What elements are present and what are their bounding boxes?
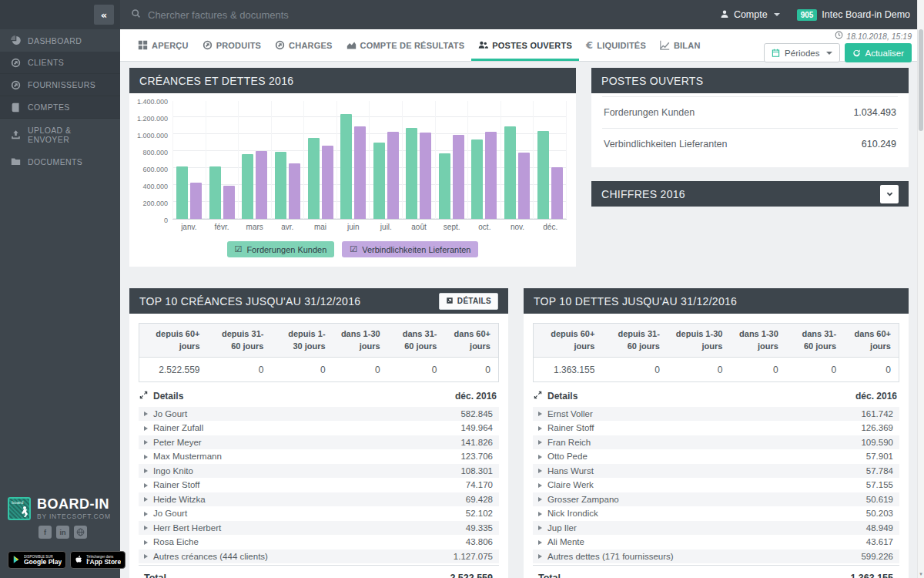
- x-tick-label: févr.: [206, 223, 239, 231]
- tab-charges[interactable]: CHARGES: [268, 29, 339, 61]
- bar-verbindlichkeiten[interactable]: [518, 153, 530, 219]
- detail-row[interactable]: Autres dettes (171 fournisseurs) 599.226: [533, 549, 899, 564]
- detail-row[interactable]: Jup Iler 48.949: [533, 521, 899, 536]
- sidebar-collapse-button[interactable]: «: [94, 5, 114, 25]
- caret-right-icon: [144, 497, 148, 502]
- bar-forderungen[interactable]: [471, 139, 483, 219]
- bar-verbindlichkeiten[interactable]: [223, 186, 235, 219]
- bar-verbindlichkeiten[interactable]: [190, 183, 202, 219]
- tab-liquidit-s[interactable]: €LIQUIDITÉS: [579, 29, 653, 61]
- bar-forderungen[interactable]: [373, 143, 385, 219]
- account-menu-button[interactable]: Compte: [720, 9, 780, 21]
- detail-row[interactable]: Ali Mente 43.617: [533, 535, 899, 549]
- details-button[interactable]: DÉTAILS: [439, 293, 498, 310]
- detail-row[interactable]: Fran Reich 109.590: [533, 435, 899, 450]
- pie-chart-icon: [11, 35, 21, 45]
- scrollbar-down-arrow[interactable]: ▾: [918, 571, 924, 577]
- aging-column-header: depuis 1-30 jours: [668, 324, 731, 358]
- periods-button[interactable]: Périodes: [764, 43, 839, 62]
- bar-verbindlichkeiten[interactable]: [453, 135, 464, 219]
- bar-verbindlichkeiten[interactable]: [289, 163, 300, 219]
- bar-verbindlichkeiten[interactable]: [354, 126, 366, 219]
- refresh-icon: [852, 49, 861, 57]
- caret-right-icon: [538, 412, 542, 416]
- tab-produits[interactable]: PRODUITS: [196, 29, 268, 61]
- search-icon: [131, 8, 141, 22]
- store-badge-google-play[interactable]: DISPONIBLE SUR Google Play: [8, 551, 66, 569]
- detail-row[interactable]: Rainer Zufall 149.964: [139, 421, 499, 435]
- expand-icon: [534, 391, 542, 402]
- linkedin-icon[interactable]: in: [56, 526, 69, 539]
- detail-row[interactable]: Claire Werk 57.155: [533, 478, 899, 492]
- legend-label: Verbindlichkeiten Lieferanten: [362, 245, 470, 254]
- aging-column-header: depuis 60+ jours: [534, 324, 603, 358]
- bar-group: [206, 101, 239, 219]
- sidebar-item-clients[interactable]: CLIENTS: [0, 52, 120, 74]
- detail-row-name: Rainer Stoff: [547, 422, 594, 434]
- caret-right-icon: [144, 412, 148, 416]
- detail-row-value: 52.102: [466, 508, 493, 519]
- bar-forderungen[interactable]: [439, 153, 450, 219]
- detail-row[interactable]: Ernst Voller 161.742: [533, 407, 899, 422]
- bar-forderungen[interactable]: [275, 152, 286, 219]
- caret-down-icon: [774, 13, 780, 16]
- detail-row-name: Heide Witzka: [153, 494, 206, 506]
- sidebar-item-fournisseurs[interactable]: FOURNISSEURS: [0, 74, 120, 96]
- bar-forderungen[interactable]: [242, 154, 253, 219]
- bar-forderungen[interactable]: [340, 114, 352, 219]
- search-input[interactable]: [148, 9, 471, 21]
- sidebar-item-comptes[interactable]: COMPTES: [0, 96, 120, 119]
- scrollbar-thumb[interactable]: [919, 29, 923, 131]
- bar-verbindlichkeiten[interactable]: [420, 133, 431, 219]
- detail-row[interactable]: Peter Meyer 141.826: [139, 435, 499, 450]
- detail-row[interactable]: Grosser Zampano 50.619: [533, 492, 899, 507]
- detail-row[interactable]: Ingo Knito 108.301: [139, 464, 499, 479]
- legend-toggle-verbindlichkeiten[interactable]: ☑ Verbindlichkeiten Lieferanten: [342, 241, 478, 257]
- detail-row-name: Hans Wurst: [547, 465, 594, 477]
- globe-icon[interactable]: [74, 526, 87, 539]
- bar-forderungen[interactable]: [406, 128, 417, 219]
- bar-forderungen[interactable]: [176, 166, 188, 219]
- detail-row[interactable]: Otto Pede 57.901: [533, 449, 899, 464]
- bar-forderungen[interactable]: [308, 138, 320, 219]
- tab-aper-u[interactable]: APERÇU: [131, 29, 196, 61]
- detail-row-name: Max Mustermann: [153, 451, 222, 462]
- detail-row[interactable]: Autres créances (444 clients) 1.127.075: [139, 549, 499, 564]
- detail-row[interactable]: Max Mustermann 123.706: [139, 449, 499, 464]
- bar-forderungen[interactable]: [209, 166, 221, 219]
- sidebar-item-dashboard[interactable]: DASHBOARD: [0, 29, 120, 52]
- sidebar-item-upload-envoyer[interactable]: UPLOAD & ENVOYER: [0, 123, 120, 146]
- detail-row[interactable]: Hans Wurst 57.784: [533, 464, 899, 479]
- bar-verbindlichkeiten[interactable]: [256, 151, 267, 219]
- facebook-icon[interactable]: f: [38, 526, 52, 539]
- detail-row[interactable]: Jo Gourt 582.845: [139, 407, 499, 422]
- bar-verbindlichkeiten[interactable]: [387, 132, 399, 219]
- bar-forderungen[interactable]: [537, 131, 549, 219]
- tab-label: LIQUIDITÉS: [597, 41, 646, 50]
- detail-row[interactable]: Herr Bert Herbert 49.335: [139, 521, 499, 536]
- chiffres-panel-title: CHIFFRES 2016: [601, 188, 685, 200]
- bar-verbindlichkeiten[interactable]: [485, 132, 497, 219]
- tab-bilan[interactable]: BILAN: [653, 29, 708, 61]
- sidebar-item-documents[interactable]: DOCUMENTS: [0, 150, 120, 173]
- refresh-button[interactable]: Actualiser: [845, 43, 912, 62]
- x-tick-label: oct.: [468, 223, 501, 231]
- bar-forderungen[interactable]: [504, 126, 516, 219]
- detail-row[interactable]: Rosa Eiche 43.806: [139, 535, 499, 549]
- store-badge-app-store[interactable]: Télécharger dans l'App Store: [70, 551, 126, 569]
- detail-row[interactable]: Jo Gourt 52.102: [139, 506, 499, 521]
- tab-compte-de-r-sultats[interactable]: COMPTE DE RÉSULTATS: [340, 29, 472, 61]
- tab-postes-ouverts[interactable]: POSTES OUVERTS: [471, 29, 579, 61]
- detail-row[interactable]: Rainer Stoff 126.369: [533, 421, 899, 435]
- detail-row[interactable]: Nick Irondick 50.203: [533, 506, 899, 521]
- detail-row[interactable]: Rainer Stoff 74.170: [139, 478, 499, 492]
- detail-row-value: 74.170: [466, 479, 493, 491]
- detail-row[interactable]: Heide Witzka 69.428: [139, 492, 499, 507]
- chiffres-expand-button[interactable]: [880, 185, 899, 203]
- legend-toggle-forderungen[interactable]: ☑ Forderungen Kunden: [227, 241, 335, 257]
- bar-verbindlichkeiten[interactable]: [551, 167, 563, 219]
- chevron-down-icon: [886, 190, 894, 198]
- aging-column-header: dans 31-60 jours: [388, 324, 445, 358]
- bar-verbindlichkeiten[interactable]: [322, 146, 333, 219]
- detail-row-name: Ali Mente: [547, 536, 584, 548]
